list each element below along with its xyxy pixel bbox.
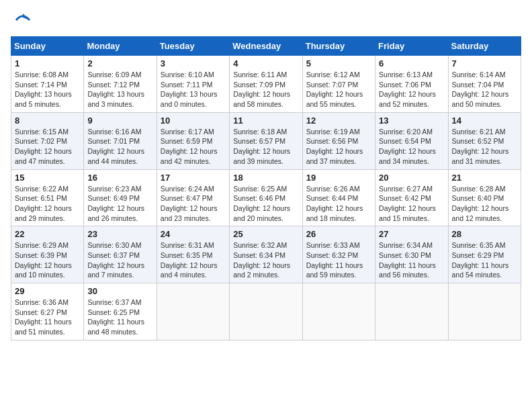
calendar-cell: 10Sunrise: 6:17 AMSunset: 6:59 PMDayligh… bbox=[157, 112, 229, 169]
day-number: 24 bbox=[161, 229, 226, 239]
day-number: 14 bbox=[452, 116, 517, 126]
day-number: 28 bbox=[452, 229, 517, 239]
calendar: SundayMondayTuesdayWednesdayThursdayFrid… bbox=[11, 36, 521, 340]
calendar-cell: 3Sunrise: 6:10 AMSunset: 7:11 PMDaylight… bbox=[157, 56, 229, 113]
day-info: Sunrise: 6:26 AMSunset: 6:44 PMDaylight:… bbox=[306, 184, 371, 224]
day-number: 9 bbox=[87, 116, 152, 126]
day-number: 21 bbox=[452, 173, 517, 183]
day-number: 13 bbox=[379, 116, 444, 126]
calendar-cell: 5Sunrise: 6:12 AMSunset: 7:07 PMDaylight… bbox=[302, 56, 375, 113]
day-info: Sunrise: 6:25 AMSunset: 6:46 PMDaylight:… bbox=[233, 184, 298, 224]
day-number: 25 bbox=[233, 229, 298, 239]
calendar-week-4: 22Sunrise: 6:29 AMSunset: 6:39 PMDayligh… bbox=[11, 226, 521, 283]
col-header-friday: Friday bbox=[375, 37, 448, 56]
calendar-header: SundayMondayTuesdayWednesdayThursdayFrid… bbox=[11, 37, 521, 56]
day-info: Sunrise: 6:17 AMSunset: 6:59 PMDaylight:… bbox=[161, 127, 226, 167]
logo bbox=[11, 11, 32, 30]
calendar-cell: 15Sunrise: 6:22 AMSunset: 6:51 PMDayligh… bbox=[11, 169, 84, 226]
day-info: Sunrise: 6:10 AMSunset: 7:11 PMDaylight:… bbox=[161, 70, 226, 109]
col-header-sunday: Sunday bbox=[11, 37, 84, 56]
calendar-cell: 22Sunrise: 6:29 AMSunset: 6:39 PMDayligh… bbox=[11, 226, 84, 283]
day-number: 20 bbox=[379, 173, 444, 183]
day-info: Sunrise: 6:14 AMSunset: 7:04 PMDaylight:… bbox=[452, 70, 517, 109]
day-number: 3 bbox=[161, 58, 226, 68]
calendar-cell: 9Sunrise: 6:16 AMSunset: 7:01 PMDaylight… bbox=[84, 112, 157, 169]
day-info: Sunrise: 6:28 AMSunset: 6:40 PMDaylight:… bbox=[452, 184, 517, 224]
day-info: Sunrise: 6:12 AMSunset: 7:07 PMDaylight:… bbox=[306, 70, 371, 109]
day-number: 4 bbox=[233, 58, 298, 68]
day-info: Sunrise: 6:19 AMSunset: 6:56 PMDaylight:… bbox=[306, 127, 371, 167]
calendar-cell: 30Sunrise: 6:37 AMSunset: 6:25 PMDayligh… bbox=[84, 283, 157, 340]
day-info: Sunrise: 6:08 AMSunset: 7:14 PMDaylight:… bbox=[15, 70, 80, 109]
calendar-cell bbox=[230, 283, 302, 340]
day-number: 26 bbox=[306, 229, 371, 239]
day-info: Sunrise: 6:09 AMSunset: 7:12 PMDaylight:… bbox=[87, 70, 152, 109]
day-number: 29 bbox=[15, 286, 80, 296]
day-info: Sunrise: 6:23 AMSunset: 6:49 PMDaylight:… bbox=[87, 184, 152, 224]
calendar-cell: 27Sunrise: 6:34 AMSunset: 6:30 PMDayligh… bbox=[375, 226, 448, 283]
day-info: Sunrise: 6:18 AMSunset: 6:57 PMDaylight:… bbox=[233, 127, 298, 167]
col-header-thursday: Thursday bbox=[302, 37, 375, 56]
day-info: Sunrise: 6:24 AMSunset: 6:47 PMDaylight:… bbox=[161, 184, 226, 224]
day-number: 15 bbox=[15, 173, 80, 183]
day-number: 8 bbox=[15, 116, 80, 126]
calendar-cell: 1Sunrise: 6:08 AMSunset: 7:14 PMDaylight… bbox=[11, 56, 84, 113]
day-number: 16 bbox=[87, 173, 152, 183]
day-info: Sunrise: 6:29 AMSunset: 6:39 PMDaylight:… bbox=[15, 240, 80, 280]
calendar-cell bbox=[157, 283, 229, 340]
day-info: Sunrise: 6:37 AMSunset: 6:25 PMDaylight:… bbox=[87, 298, 152, 337]
day-number: 7 bbox=[452, 58, 517, 68]
calendar-cell: 19Sunrise: 6:26 AMSunset: 6:44 PMDayligh… bbox=[302, 169, 375, 226]
calendar-cell: 4Sunrise: 6:11 AMSunset: 7:09 PMDaylight… bbox=[230, 56, 302, 113]
calendar-cell: 2Sunrise: 6:09 AMSunset: 7:12 PMDaylight… bbox=[84, 56, 157, 113]
day-info: Sunrise: 6:36 AMSunset: 6:27 PMDaylight:… bbox=[15, 298, 80, 337]
calendar-week-5: 29Sunrise: 6:36 AMSunset: 6:27 PMDayligh… bbox=[11, 283, 521, 340]
day-info: Sunrise: 6:20 AMSunset: 6:54 PMDaylight:… bbox=[379, 127, 444, 167]
day-info: Sunrise: 6:22 AMSunset: 6:51 PMDaylight:… bbox=[15, 184, 80, 224]
day-info: Sunrise: 6:21 AMSunset: 6:52 PMDaylight:… bbox=[452, 127, 517, 167]
day-number: 30 bbox=[87, 286, 152, 296]
day-number: 12 bbox=[306, 116, 371, 126]
day-info: Sunrise: 6:35 AMSunset: 6:29 PMDaylight:… bbox=[452, 240, 517, 280]
day-number: 10 bbox=[161, 116, 226, 126]
day-info: Sunrise: 6:32 AMSunset: 6:34 PMDaylight:… bbox=[233, 240, 298, 280]
calendar-cell: 24Sunrise: 6:31 AMSunset: 6:35 PMDayligh… bbox=[157, 226, 229, 283]
day-number: 11 bbox=[233, 116, 298, 126]
calendar-cell: 6Sunrise: 6:13 AMSunset: 7:06 PMDaylight… bbox=[375, 56, 448, 113]
col-header-monday: Monday bbox=[84, 37, 157, 56]
calendar-cell: 12Sunrise: 6:19 AMSunset: 6:56 PMDayligh… bbox=[302, 112, 375, 169]
day-info: Sunrise: 6:30 AMSunset: 6:37 PMDaylight:… bbox=[87, 240, 152, 280]
calendar-cell bbox=[302, 283, 375, 340]
calendar-cell: 26Sunrise: 6:33 AMSunset: 6:32 PMDayligh… bbox=[302, 226, 375, 283]
day-number: 27 bbox=[379, 229, 444, 239]
calendar-cell: 29Sunrise: 6:36 AMSunset: 6:27 PMDayligh… bbox=[11, 283, 84, 340]
calendar-cell bbox=[448, 283, 521, 340]
day-info: Sunrise: 6:15 AMSunset: 7:02 PMDaylight:… bbox=[15, 127, 80, 167]
calendar-week-2: 8Sunrise: 6:15 AMSunset: 7:02 PMDaylight… bbox=[11, 112, 521, 169]
calendar-cell: 8Sunrise: 6:15 AMSunset: 7:02 PMDaylight… bbox=[11, 112, 84, 169]
day-number: 2 bbox=[87, 58, 152, 68]
calendar-cell: 25Sunrise: 6:32 AMSunset: 6:34 PMDayligh… bbox=[230, 226, 302, 283]
calendar-cell: 21Sunrise: 6:28 AMSunset: 6:40 PMDayligh… bbox=[448, 169, 521, 226]
calendar-cell: 14Sunrise: 6:21 AMSunset: 6:52 PMDayligh… bbox=[448, 112, 521, 169]
day-info: Sunrise: 6:16 AMSunset: 7:01 PMDaylight:… bbox=[87, 127, 152, 167]
day-info: Sunrise: 6:33 AMSunset: 6:32 PMDaylight:… bbox=[306, 240, 371, 280]
calendar-cell: 7Sunrise: 6:14 AMSunset: 7:04 PMDaylight… bbox=[448, 56, 521, 113]
day-info: Sunrise: 6:27 AMSunset: 6:42 PMDaylight:… bbox=[379, 184, 444, 224]
logo-icon bbox=[13, 11, 32, 30]
col-header-tuesday: Tuesday bbox=[157, 37, 229, 56]
calendar-cell: 20Sunrise: 6:27 AMSunset: 6:42 PMDayligh… bbox=[375, 169, 448, 226]
day-number: 19 bbox=[306, 173, 371, 183]
day-number: 1 bbox=[15, 58, 80, 68]
day-info: Sunrise: 6:11 AMSunset: 7:09 PMDaylight:… bbox=[233, 70, 298, 109]
col-header-saturday: Saturday bbox=[448, 37, 521, 56]
day-number: 6 bbox=[379, 58, 444, 68]
header bbox=[11, 11, 521, 30]
calendar-cell: 16Sunrise: 6:23 AMSunset: 6:49 PMDayligh… bbox=[84, 169, 157, 226]
calendar-week-1: 1Sunrise: 6:08 AMSunset: 7:14 PMDaylight… bbox=[11, 56, 521, 113]
day-number: 23 bbox=[87, 229, 152, 239]
day-number: 22 bbox=[15, 229, 80, 239]
col-header-wednesday: Wednesday bbox=[230, 37, 302, 56]
day-info: Sunrise: 6:34 AMSunset: 6:30 PMDaylight:… bbox=[379, 240, 444, 280]
day-number: 5 bbox=[306, 58, 371, 68]
